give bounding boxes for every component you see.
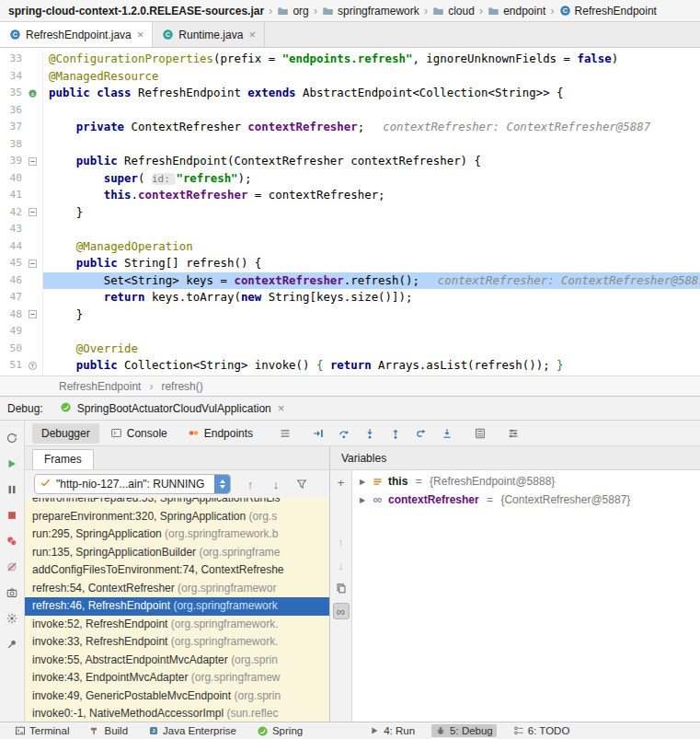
arrow-down-button[interactable]: ↓	[266, 475, 286, 493]
code-text[interactable]: @Override	[43, 341, 700, 358]
editor-gutter[interactable]: 50	[0, 341, 43, 358]
code-text[interactable]	[43, 102, 700, 120]
editor-breadcrumb-item[interactable]: RefreshEndpoint	[59, 380, 141, 393]
code-text[interactable]	[43, 136, 700, 154]
mute-breakpoints-button[interactable]	[3, 559, 21, 575]
debug-tab-debugger[interactable]: Debugger	[32, 423, 99, 444]
toolwindow-button-build[interactable]: Build	[86, 724, 132, 737]
editor-gutter[interactable]: 44	[0, 238, 43, 256]
toolwindow-button-spring[interactable]: Spring	[253, 724, 306, 738]
copy-button[interactable]	[333, 580, 350, 596]
frame-row[interactable]: invoke0:-1, NativeMethodAccessorImpl (su…	[25, 705, 329, 722]
editor-gutter[interactable]: 47	[0, 289, 43, 306]
editor-gutter[interactable]: 41	[0, 187, 43, 204]
editor-gutter[interactable]: 34	[0, 68, 43, 86]
expand-arrow-icon[interactable]: ▶	[358, 496, 367, 504]
fold-marker-icon[interactable]	[29, 310, 37, 318]
layout-menu-button[interactable]	[275, 424, 295, 443]
pin-button[interactable]	[3, 636, 21, 652]
code-text[interactable]: @ManagedOperation	[43, 238, 700, 256]
editor-gutter[interactable]: 37	[0, 119, 43, 136]
debug-tab-endpoints[interactable]: Endpoints	[178, 423, 262, 444]
code-text[interactable]: @ManagedResource	[43, 68, 700, 86]
breadcrumb-item[interactable]: springframework	[319, 3, 422, 19]
close-icon[interactable]: ×	[247, 29, 257, 40]
toolwindow-button-4-run[interactable]: 4: Run	[365, 724, 419, 737]
code-text[interactable]: }	[43, 306, 700, 324]
code-text[interactable]: }	[43, 204, 700, 222]
code-text[interactable]: public Collection<String> invoke() { ret…	[43, 357, 700, 375]
editor-gutter[interactable]: 35c	[0, 85, 43, 102]
stop-button[interactable]	[3, 507, 21, 524]
combo-stepper-icon[interactable]	[214, 475, 230, 493]
thread-dump-button[interactable]	[3, 584, 21, 601]
expand-arrow-icon[interactable]: ▶	[358, 478, 367, 486]
variable-row[interactable]: ▶this = {RefreshEndpoint@5888}	[352, 472, 700, 491]
arrow-up-button[interactable]: ↑	[240, 475, 260, 493]
thread-selector[interactable]: "http-nio-127...ain": RUNNING	[34, 474, 231, 494]
breadcrumb-item[interactable]: spring-cloud-context-1.2.0.RELEASE-sourc…	[6, 3, 267, 19]
editor-gutter[interactable]: 43	[0, 221, 43, 238]
editor-gutter[interactable]: 46	[0, 272, 43, 290]
arrow-up-button[interactable]: ↑	[333, 534, 350, 550]
filter-button[interactable]	[292, 475, 312, 493]
toolwindow-button-java-enterprise[interactable]: JJava Enterprise	[144, 724, 240, 737]
code-text[interactable]: return keys.toArray(new String[keys.size…	[43, 289, 700, 306]
run-to-cursor-button[interactable]	[437, 424, 457, 443]
breadcrumb-item[interactable]: CRefreshEndpoint	[557, 3, 660, 19]
editor-gutter[interactable]: 49	[0, 323, 43, 341]
layout-settings-button[interactable]	[503, 424, 523, 443]
editor-gutter[interactable]: 48	[0, 306, 43, 324]
frame-row[interactable]: run:295, SpringApplication (org.springfr…	[25, 525, 329, 544]
step-over-button[interactable]	[334, 424, 354, 443]
plus-button[interactable]: +	[333, 474, 350, 491]
frame-row[interactable]: invoke:33, RefreshEndpoint (org.springfr…	[25, 633, 329, 652]
pause-button[interactable]	[3, 481, 21, 498]
frame-row[interactable]: addConfigFilesToEnvironment:74, ContextR…	[25, 561, 329, 580]
breadcrumb-item[interactable]: cloud	[430, 3, 477, 19]
frame-row[interactable]: invoke:52, RefreshEndpoint (org.springfr…	[25, 616, 329, 634]
breadcrumb-item[interactable]: endpoint	[485, 3, 548, 19]
frame-row[interactable]: invoke:49, GenericPostableMvcEndpoint (o…	[25, 687, 329, 706]
debug-session-tab[interactable]: SpringBootActuatorCloudVulApplication ×	[54, 399, 292, 418]
code-text[interactable]: public String[] refresh() {	[43, 255, 700, 272]
step-out-button[interactable]	[385, 424, 406, 443]
rerun-button[interactable]	[3, 430, 21, 446]
close-icon[interactable]: ×	[277, 402, 286, 414]
editor-gutter[interactable]: 40	[0, 170, 43, 188]
breadcrumb-item[interactable]: org	[274, 3, 311, 19]
arrow-down-button[interactable]: ↓	[333, 557, 350, 573]
editor-tab[interactable]: CRuntime.java×	[153, 22, 265, 47]
settings-button[interactable]	[3, 610, 21, 627]
editor-tab[interactable]: CRefreshEndpoint.java×	[0, 22, 153, 47]
infinity-button[interactable]: ∞	[333, 603, 350, 619]
code-text[interactable]: this.contextRefresher = contextRefresher…	[43, 187, 700, 204]
code-text[interactable]: public class RefreshEndpoint extends Abs…	[43, 85, 700, 102]
toolwindow-button-5-debug[interactable]: 5: Debug	[431, 724, 497, 737]
show-execution-point-button[interactable]	[308, 424, 328, 443]
code-text[interactable]: public RefreshEndpoint(ContextRefresher …	[43, 153, 700, 170]
toolwindow-button-terminal[interactable]: Terminal	[11, 724, 73, 737]
debug-tab-console[interactable]: Console	[101, 423, 177, 444]
frames-tab[interactable]: Frames	[32, 449, 94, 469]
variable-row[interactable]: ▶contextRefresher = {ContextRefresher@58…	[352, 491, 700, 509]
code-text[interactable]: Set<String> keys = contextRefresher.refr…	[43, 272, 700, 290]
frame-row[interactable]: prepareEnvironment:320, SpringApplicatio…	[25, 508, 329, 526]
frame-row[interactable]: environmentPrepared:53, SpringApplicatio…	[25, 498, 329, 508]
view-breakpoints-button[interactable]	[3, 533, 21, 549]
frame-row[interactable]: invoke:43, EndpointMvcAdapter (org.sprin…	[25, 669, 329, 687]
resume-button[interactable]	[3, 456, 21, 472]
editor-gutter[interactable]: 33	[0, 51, 43, 68]
frame-row[interactable]: refresh:46, RefreshEndpoint (org.springf…	[25, 597, 329, 616]
fold-marker-icon[interactable]	[29, 157, 37, 166]
code-text[interactable]: private ContextRefresher contextRefreshe…	[43, 119, 700, 136]
code-text[interactable]: @ConfigurationProperties(prefix = "endpo…	[43, 51, 700, 68]
frame-row[interactable]: refresh:54, ContextRefresher (org.spring…	[25, 580, 329, 598]
evaluate-expression-button[interactable]	[470, 424, 490, 443]
code-text[interactable]: super( id: "refresh");	[43, 170, 700, 188]
editor-breadcrumb-item[interactable]: refresh()	[161, 380, 202, 393]
editor-gutter[interactable]: 36	[0, 102, 43, 120]
fold-marker-icon[interactable]	[29, 208, 37, 216]
editor-gutter[interactable]: 51	[0, 357, 43, 375]
step-into-button[interactable]	[360, 424, 380, 443]
